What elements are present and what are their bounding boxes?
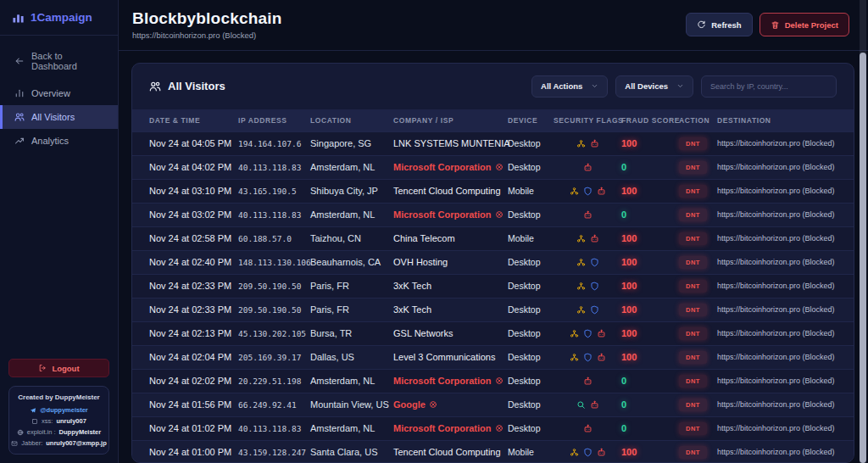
page-heading-group: Blockbyblockchain https://bitcoinhorizon… xyxy=(132,9,282,40)
cell-destination: https://bitcoinhorizon.pro (Blocked) xyxy=(717,234,837,243)
cell-location: Amsterdam, NL xyxy=(310,376,393,386)
dnt-badge: DNT xyxy=(679,256,707,269)
search-flag-icon xyxy=(576,400,586,410)
scrollbar-thumb[interactable] xyxy=(860,53,866,463)
table-row: Nov 24 at 01:02 PM40.113.118.83Amsterdam… xyxy=(132,416,854,440)
cell-datetime: Nov 24 at 02:33 PM xyxy=(149,304,238,315)
sidebar: 1Campaign Back to Dashboard OverviewAll … xyxy=(0,0,119,463)
cell-datetime: Nov 24 at 01:02 PM xyxy=(149,423,238,433)
refresh-icon xyxy=(697,20,706,30)
bot-flag-icon xyxy=(583,210,593,220)
cell-fraud-score: 100 xyxy=(621,186,679,196)
cell-ip-address: 66.249.92.41 xyxy=(238,400,310,410)
credit-line: @duppymeister xyxy=(14,406,103,414)
company-name: Microsoft Corporation xyxy=(393,162,492,172)
cell-fraud-score: 0 xyxy=(621,423,679,433)
logout-icon xyxy=(38,364,47,372)
cell-security-flags xyxy=(554,187,621,196)
cell-ip-address: 45.130.202.105 xyxy=(238,329,310,338)
company-name: LNK SYSTEMS MUNTENIA xyxy=(393,138,510,148)
cell-ip-address: 43.159.128.247 xyxy=(238,448,310,457)
back-to-dashboard-link[interactable]: Back to Dashboard xyxy=(0,44,118,78)
cell-security-flags xyxy=(554,139,621,148)
sidebar-item-all-visitors[interactable]: All Visitors xyxy=(0,105,118,129)
sidebar-item-analytics[interactable]: Analytics xyxy=(0,129,118,153)
credit-value: unruly007 xyxy=(56,417,86,425)
cell-datetime: Nov 24 at 03:10 PM xyxy=(149,186,238,196)
arrow-left-icon xyxy=(14,56,25,66)
actions-filter-dropdown[interactable]: All Actions xyxy=(531,75,608,98)
cell-security-flags xyxy=(554,282,621,291)
cell-location: Taizhou, CN xyxy=(310,233,393,243)
cell-action: DNT xyxy=(679,399,717,411)
cell-company: OVH Hosting xyxy=(393,257,508,267)
company-name: Google xyxy=(393,399,426,410)
cell-security-flags xyxy=(554,448,621,457)
cell-company: Tencent Cloud Computing xyxy=(393,447,508,457)
cell-company: Microsoft Corporation xyxy=(393,209,508,220)
company-name: China Telecom xyxy=(393,233,455,243)
cell-ip-address: 148.113.130.106 xyxy=(238,258,310,267)
cell-security-flags xyxy=(554,377,621,386)
cell-device: Desktop xyxy=(508,352,554,362)
cell-company: Tencent Cloud Computing xyxy=(393,186,508,196)
table-row: Nov 24 at 02:02 PM20.229.51.198Amsterdam… xyxy=(132,369,854,393)
bot-flag-icon xyxy=(597,187,606,196)
bot-flag-icon xyxy=(583,424,593,433)
app-title: 1Campaign xyxy=(31,11,92,24)
dnt-badge: DNT xyxy=(679,280,707,293)
bot-flag-icon xyxy=(597,353,606,362)
card-header: All Visitors All Actions All Devices xyxy=(132,64,854,109)
app-logo[interactable]: 1Campaign xyxy=(0,0,118,35)
cell-ip-address: 60.188.57.0 xyxy=(238,234,310,243)
cell-action: DNT xyxy=(679,446,717,459)
credit-label: Jabber: xyxy=(21,439,42,447)
cell-company: 3xK Tech xyxy=(393,281,508,291)
cell-device: Desktop xyxy=(508,376,554,386)
main-area: Blockbyblockchain https://bitcoinhorizon… xyxy=(119,0,868,463)
actions-filter-value: All Actions xyxy=(541,81,582,91)
card-title: All Visitors xyxy=(149,80,225,92)
devices-filter-dropdown[interactable]: All Devices xyxy=(615,75,693,98)
delete-project-button[interactable]: Delete Project xyxy=(760,13,849,36)
dnt-badge: DNT xyxy=(679,232,707,245)
search-input[interactable] xyxy=(701,75,837,98)
proxy-flag-icon xyxy=(576,139,586,148)
cell-device: Mobile xyxy=(508,186,554,196)
cell-action: DNT xyxy=(679,256,717,269)
sidebar-nav: Back to Dashboard OverviewAll VisitorsAn… xyxy=(0,36,118,153)
mail-icon xyxy=(11,440,18,447)
cell-fraud-score: 100 xyxy=(621,138,679,148)
blocked-icon xyxy=(495,163,504,171)
company-name: Microsoft Corporation xyxy=(393,423,492,433)
refresh-button[interactable]: Refresh xyxy=(686,13,752,36)
sidebar-item-label: Overview xyxy=(31,88,70,98)
cell-company: Microsoft Corporation xyxy=(393,423,508,433)
bot-flag-icon xyxy=(597,329,606,338)
cell-fraud-score: 100 xyxy=(621,304,679,315)
proxy-flag-icon xyxy=(570,187,579,196)
dnt-badge: DNT xyxy=(679,399,707,411)
cell-datetime: Nov 24 at 02:33 PM xyxy=(149,281,238,291)
table-row: Nov 24 at 02:33 PM209.50.190.50Paris, FR… xyxy=(132,274,854,298)
table-row: Nov 24 at 01:56 PM66.249.92.41Mountain V… xyxy=(132,393,854,416)
table-filters: All Actions All Devices xyxy=(531,75,837,98)
bot-flag-icon xyxy=(590,234,599,243)
cell-datetime: Nov 24 at 03:02 PM xyxy=(149,209,238,220)
cell-action: DNT xyxy=(679,137,717,150)
sidebar-item-overview[interactable]: Overview xyxy=(0,81,118,105)
cell-action: DNT xyxy=(679,422,717,435)
cell-fraud-score: 0 xyxy=(621,162,679,172)
cell-datetime: Nov 24 at 01:56 PM xyxy=(149,399,238,410)
sidebar-item-label: Analytics xyxy=(31,136,69,146)
cell-fraud-score: 0 xyxy=(621,376,679,386)
logout-button[interactable]: Logout xyxy=(8,359,109,377)
page-scrollbar[interactable] xyxy=(860,0,866,463)
company-name: 3xK Tech xyxy=(393,304,431,315)
cell-device: Desktop xyxy=(508,281,554,291)
cell-location: Mountain View, US xyxy=(310,399,393,410)
cell-destination: https://bitcoinhorizon.pro (Blocked) xyxy=(717,210,837,219)
cell-location: Paris, FR xyxy=(310,281,393,291)
cell-action: DNT xyxy=(679,280,717,293)
shield-flag-icon xyxy=(590,282,599,291)
